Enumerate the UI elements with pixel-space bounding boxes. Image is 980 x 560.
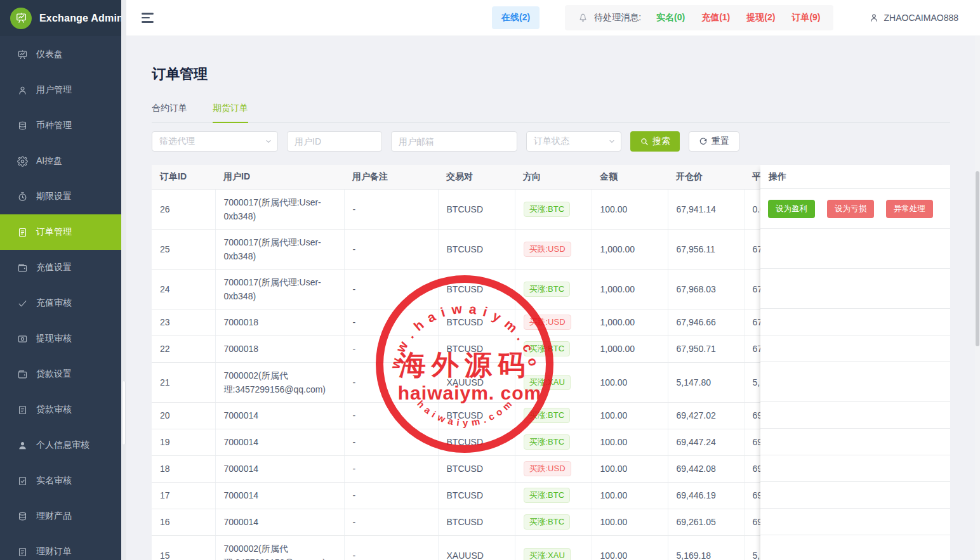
- filter-bar: 筛选代理 订单状态 搜索 重置: [152, 131, 950, 152]
- order-id-cell: 21: [152, 362, 215, 402]
- app-title: Exchange Admin: [39, 13, 123, 24]
- sidebar-item-4[interactable]: 期限设置: [0, 179, 121, 214]
- pair-cell: BTCUSD: [438, 269, 515, 309]
- search-button[interactable]: 搜索: [630, 131, 680, 152]
- sidebar-item-5[interactable]: 订单管理: [0, 214, 121, 250]
- sidebar-item-6[interactable]: 充值设置: [0, 250, 121, 285]
- amount-cell: 100.00: [592, 482, 668, 509]
- wallet-icon: [17, 263, 28, 273]
- sidebar-scrollbar[interactable]: [121, 0, 126, 560]
- sidebar-item-0[interactable]: 仪表盘: [0, 37, 121, 72]
- direction-cell: 买涨:BTC: [515, 189, 592, 229]
- pair-cell: BTCUSD: [438, 335, 515, 362]
- sidebar-item-label: 理财订单: [36, 546, 72, 557]
- doc-icon: [17, 547, 28, 557]
- online-users-button[interactable]: 在线(2): [492, 6, 540, 29]
- reset-button[interactable]: 重置: [689, 131, 739, 152]
- direction-badge: 买涨:BTC: [524, 202, 571, 217]
- pending-messages-box: 待处理消息: 实名(0)充值(1)提现(2)订单(9): [565, 5, 833, 30]
- sidebar-item-label: AI控盘: [36, 155, 62, 167]
- sidebar-item-9[interactable]: 贷款设置: [0, 356, 121, 392]
- sidebar-item-10[interactable]: 贷款审核: [0, 392, 121, 427]
- logo[interactable]: Exchange Admin: [0, 0, 121, 36]
- sidebar-item-1[interactable]: 用户管理: [0, 72, 121, 108]
- user-note-cell: -: [344, 309, 438, 335]
- doc-icon: [17, 405, 28, 415]
- sidebar-item-2[interactable]: 币种管理: [0, 108, 121, 143]
- menu-fold-icon[interactable]: [142, 10, 154, 25]
- tab-contract-orders[interactable]: 合约订单: [152, 103, 187, 123]
- open-price-cell: 67,941.14: [668, 189, 744, 229]
- actions-rows: 设为盈利设为亏损异常处理: [760, 189, 950, 560]
- user-note-cell: -: [344, 189, 438, 229]
- sidebar-item-12[interactable]: 实名审核: [0, 463, 121, 498]
- search-icon: [640, 137, 649, 146]
- actions-row: [760, 535, 950, 560]
- pending-message-3[interactable]: 订单(9): [791, 12, 820, 23]
- tab-futures-orders[interactable]: 期货订单: [213, 103, 248, 123]
- pair-cell: BTCUSD: [438, 429, 515, 455]
- column-header: 订单ID: [152, 165, 215, 189]
- chevron-down-icon: [265, 138, 272, 145]
- pending-message-0[interactable]: 实名(0): [656, 12, 685, 23]
- direction-badge: 买涨:XAU: [524, 375, 571, 390]
- sidebar-scrollbar-thumb[interactable]: [122, 381, 126, 445]
- order-status-select[interactable]: 订单状态: [526, 131, 621, 152]
- sidebar-item-11[interactable]: 个人信息审核: [0, 427, 121, 463]
- pending-message-1[interactable]: 充值(1): [701, 12, 730, 23]
- pair-cell: BTCUSD: [438, 482, 515, 509]
- pair-cell: XAUUSD: [438, 535, 515, 560]
- user-id-cell: 7000017(所属代理:User-0xb348): [215, 189, 344, 229]
- user-id-cell: 7000002(所属代理:3457299156@qq.com): [215, 362, 344, 402]
- actions-row: [760, 362, 950, 402]
- direction-cell: 买涨:XAU: [515, 535, 592, 560]
- refresh-icon: [699, 137, 708, 146]
- abnormal-handle-button[interactable]: 异常处理: [886, 200, 933, 218]
- pair-cell: XAUUSD: [438, 362, 515, 402]
- actions-row: [760, 509, 950, 535]
- user-id-cell: 7000002(所属代理:3457299156@qq.com): [215, 535, 344, 560]
- user-id-cell: 7000017(所属代理:User-0xb348): [215, 229, 344, 269]
- check-icon: [17, 298, 28, 309]
- pending-message-2[interactable]: 提现(2): [746, 12, 775, 23]
- sidebar-item-14[interactable]: 理财订单: [0, 534, 121, 560]
- sidebar-item-3[interactable]: AI控盘: [0, 143, 121, 179]
- direction-cell: 买涨:BTC: [515, 402, 592, 429]
- open-price-cell: 67,946.66: [668, 309, 744, 335]
- pair-cell: BTCUSD: [438, 229, 515, 269]
- amount-cell: 1,000.00: [592, 269, 668, 309]
- amount-cell: 100.00: [592, 189, 668, 229]
- sidebar-item-7[interactable]: 充值审核: [0, 285, 121, 321]
- set-profit-button[interactable]: 设为盈利: [768, 200, 815, 218]
- sidebar-item-8[interactable]: 提现审核: [0, 321, 121, 356]
- window-scrollbar-thumb[interactable]: [976, 171, 979, 346]
- doc-check-icon: [17, 476, 28, 486]
- current-user[interactable]: ZHAOCAIMAO888: [869, 13, 958, 23]
- direction-cell: 买涨:BTC: [515, 429, 592, 455]
- agent-filter-select[interactable]: 筛选代理: [152, 131, 278, 152]
- user-email-input[interactable]: [391, 131, 517, 152]
- direction-badge: 买涨:XAU: [524, 548, 571, 560]
- user-note-cell: -: [344, 482, 438, 509]
- user-id-input[interactable]: [287, 131, 382, 152]
- order-id-cell: 16: [152, 509, 215, 535]
- sidebar-item-label: 币种管理: [36, 120, 72, 131]
- direction-badge: 买涨:BTC: [524, 282, 571, 297]
- logo-board-icon: [10, 8, 32, 29]
- sidebar-item-label: 提现审核: [36, 333, 72, 344]
- window-scrollbar[interactable]: [975, 36, 980, 560]
- user-id-cell: 7000014: [215, 429, 344, 455]
- orders-table-area: 订单ID用户ID用户备注交易对方向金额开仓价平仓价 267000017(所属代理…: [152, 165, 950, 560]
- direction-badge: 买跌:USD: [524, 461, 571, 476]
- direction-cell: 买涨:BTC: [515, 482, 592, 509]
- sidebar: Exchange Admin 仪表盘 用户管理 币种管理 AI控盘 期限设置 订…: [0, 0, 126, 560]
- pending-messages-items: 实名(0)充值(1)提现(2)订单(9): [656, 12, 821, 23]
- pair-cell: BTCUSD: [438, 509, 515, 535]
- open-price-cell: 67,950.71: [668, 335, 744, 362]
- direction-badge: 买涨:BTC: [524, 434, 571, 450]
- sidebar-item-13[interactable]: 理财产品: [0, 498, 121, 534]
- set-loss-button[interactable]: 设为亏损: [827, 200, 874, 218]
- open-price-cell: 69,446.19: [668, 482, 744, 509]
- open-price-cell: 69,442.08: [668, 455, 744, 482]
- amount-cell: 100.00: [592, 402, 668, 429]
